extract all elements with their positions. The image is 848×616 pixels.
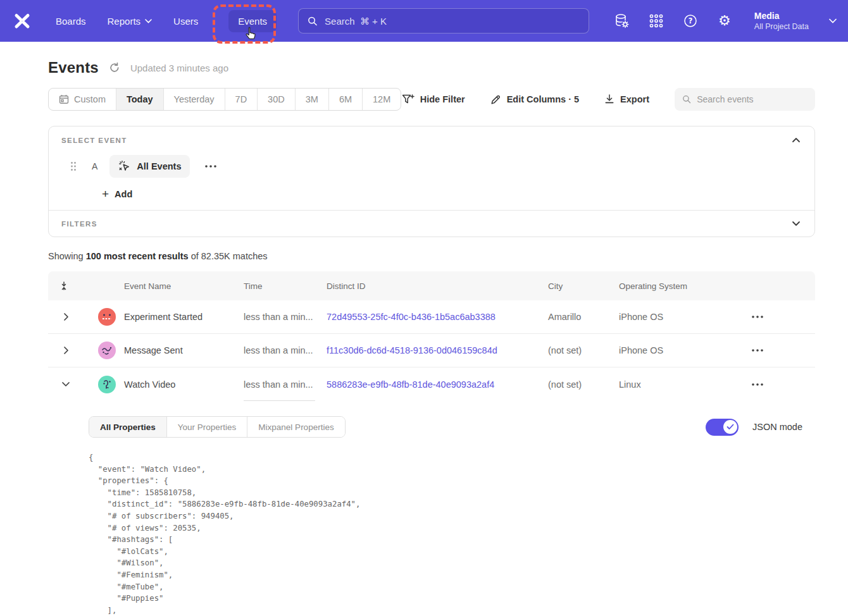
- global-search[interactable]: [298, 8, 589, 34]
- nav-item-users[interactable]: Users: [173, 16, 198, 27]
- export-button[interactable]: Export: [604, 94, 649, 104]
- tab-mixpanel-properties[interactable]: Mixpanel Properties: [247, 417, 344, 437]
- distinct-id-link[interactable]: 5886283e-e9fb-48fb-81de-40e9093a2af4: [327, 379, 494, 390]
- row-more-options-button[interactable]: [726, 316, 815, 318]
- event-selector-button[interactable]: All Events: [109, 155, 190, 178]
- time-cell: less than a min...: [244, 300, 327, 333]
- nav-item-reports-label: Reports: [108, 16, 141, 27]
- city-cell: Amarillo: [548, 312, 619, 322]
- distinct-id-link[interactable]: 72d49553-25fc-4f0c-b436-1b5ac6ab3388: [327, 312, 496, 322]
- nav-item-reports[interactable]: Reports: [108, 16, 153, 27]
- date-option-today[interactable]: Today: [116, 89, 164, 110]
- chevron-down-icon: [145, 19, 152, 23]
- edit-columns-button[interactable]: Edit Columns · 5: [490, 94, 579, 105]
- drag-handle-icon[interactable]: [70, 161, 77, 171]
- nav-item-boards-label: Boards: [56, 16, 86, 27]
- project-switcher[interactable]: Media All Project Data: [754, 11, 809, 31]
- date-option-12m[interactable]: 12M: [363, 89, 401, 110]
- json-mode-toggle[interactable]: [706, 419, 739, 436]
- add-event-button[interactable]: + Add: [102, 188, 132, 200]
- nav-item-events-label: Events: [238, 16, 267, 27]
- table-row-expanded: Watch Video less than a min... 5886283e-…: [48, 367, 815, 401]
- table-header-row: Event Name Time Distinct ID City Operati…: [48, 271, 815, 300]
- refresh-button[interactable]: [109, 62, 120, 73]
- table-row: Message Sent less than a min... f11c30d6…: [48, 334, 815, 367]
- event-name-cell: Message Sent: [124, 345, 244, 355]
- date-option-label: 6M: [339, 94, 352, 104]
- hide-filter-label: Hide Filter: [420, 94, 465, 104]
- table-row: Experiment Started less than a min... 72…: [48, 300, 815, 334]
- step-letter: A: [92, 161, 97, 171]
- table-toolbar: Hide Filter Edit Columns · 5 Export: [402, 88, 815, 111]
- nav-right-group: ? ⚙ Media All Project Data: [614, 11, 837, 31]
- nav-menu: Boards Reports Users Events: [56, 10, 277, 32]
- date-option-label: 12M: [373, 94, 390, 104]
- search-events-box[interactable]: [675, 88, 815, 111]
- date-option-6m[interactable]: 6M: [329, 89, 363, 110]
- event-avatar: [98, 308, 116, 326]
- date-option-7d[interactable]: 7D: [225, 89, 258, 110]
- tab-all-properties[interactable]: All Properties: [89, 417, 167, 437]
- event-name-cell: Watch Video: [124, 379, 244, 390]
- search-icon: [682, 94, 691, 104]
- event-more-options-button[interactable]: [203, 163, 219, 170]
- project-name: Media: [754, 11, 809, 21]
- search-icon: [308, 16, 318, 27]
- event-detail-panel: All Properties Your Properties Mixpanel …: [48, 401, 815, 616]
- global-search-input[interactable]: [325, 16, 580, 27]
- event-selector-label: All Events: [137, 161, 181, 171]
- hide-filter-button[interactable]: Hide Filter: [402, 94, 465, 104]
- svg-text:?: ?: [689, 16, 693, 25]
- row-collapse-chevron-down-icon[interactable]: [48, 381, 84, 387]
- city-cell: (not set): [548, 379, 619, 390]
- magic-cursor-icon: [118, 160, 131, 173]
- date-option-yesterday[interactable]: Yesterday: [164, 89, 225, 110]
- row-more-options-button[interactable]: [726, 383, 815, 386]
- query-builder-card: SELECT EVENT A: [48, 126, 815, 237]
- column-header-city: City: [548, 281, 619, 291]
- nav-item-boards[interactable]: Boards: [56, 16, 86, 27]
- ellipsis-icon: [752, 383, 763, 386]
- tab-your-properties[interactable]: Your Properties: [167, 417, 248, 437]
- settings-gear-icon[interactable]: ⚙: [716, 13, 733, 29]
- mixpanel-logo-icon[interactable]: [13, 11, 32, 30]
- filter-icon: [402, 94, 415, 104]
- tab-label: All Properties: [100, 422, 156, 432]
- city-cell: (not set): [548, 345, 619, 355]
- nav-item-events[interactable]: Events: [228, 10, 277, 32]
- ellipsis-icon: [752, 349, 763, 352]
- date-option-label: 7D: [235, 94, 247, 104]
- date-range-picker: Custom Today Yesterday 7D 30D 3M 6M 12M: [48, 88, 401, 111]
- export-label: Export: [620, 94, 649, 104]
- event-name-cell: Experiment Started: [124, 312, 244, 322]
- column-header-event-name: Event Name: [124, 281, 244, 291]
- json-mode-label: JSON mode: [752, 422, 802, 432]
- events-table: Event Name Time Distinct ID City Operati…: [48, 271, 815, 616]
- apps-grid-icon[interactable]: [648, 13, 664, 29]
- date-option-custom[interactable]: Custom: [49, 89, 116, 110]
- page-title: Events: [48, 59, 99, 77]
- edit-columns-label: Edit Columns · 5: [507, 94, 579, 104]
- date-option-30d[interactable]: 30D: [258, 89, 296, 110]
- search-events-input[interactable]: [697, 94, 807, 104]
- collapse-section-chevron-up-icon[interactable]: [790, 136, 802, 144]
- help-icon[interactable]: ?: [682, 13, 699, 29]
- results-summary: Showing 100 most recent results of 82.35…: [48, 251, 815, 261]
- event-avatar: [98, 342, 116, 359]
- expand-section-chevron-down-icon[interactable]: [790, 219, 802, 228]
- distinct-id-link[interactable]: f11c30d6-dc6d-4518-9136-0d046159c84d: [327, 345, 497, 355]
- project-chevron-down-icon[interactable]: [829, 18, 837, 23]
- check-icon: [726, 424, 734, 430]
- row-more-options-button[interactable]: [726, 349, 815, 352]
- row-expand-chevron-right-icon[interactable]: [48, 312, 84, 321]
- data-management-icon[interactable]: [614, 13, 630, 29]
- column-header-distinct-id: Distinct ID: [327, 281, 548, 291]
- row-expand-chevron-right-icon[interactable]: [48, 346, 84, 355]
- sort-time-icon[interactable]: [48, 281, 84, 291]
- pencil-icon: [490, 94, 501, 105]
- date-option-label: Today: [127, 94, 153, 104]
- os-cell: Linux: [619, 379, 726, 390]
- event-json-view: { "event": "Watch Video", "properties": …: [89, 452, 802, 616]
- date-option-3m[interactable]: 3M: [296, 89, 329, 110]
- ellipsis-icon: [205, 165, 216, 168]
